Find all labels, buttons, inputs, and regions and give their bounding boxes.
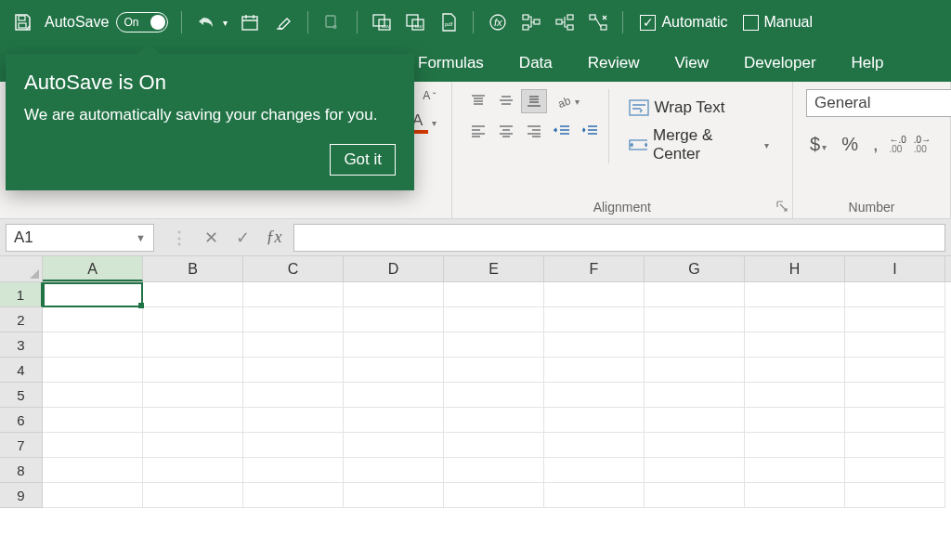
merge-center-button[interactable]: Merge & Center ▾ [619,126,779,163]
row-header[interactable]: 5 [0,383,43,408]
undo-dropdown-icon[interactable]: ▾ [223,18,228,28]
cell[interactable] [745,458,845,483]
row-header[interactable]: 2 [0,307,43,332]
cell[interactable] [143,332,243,358]
trace-dependents-icon[interactable] [554,11,576,33]
cell[interactable] [43,383,143,408]
cell[interactable] [845,332,945,358]
cell[interactable] [43,307,143,332]
select-all-corner[interactable] [0,256,43,281]
cell[interactable] [43,282,143,307]
cell[interactable] [845,408,945,433]
cell[interactable] [544,458,645,483]
undo-icon[interactable] [195,11,217,33]
cell[interactable] [645,332,745,358]
cell[interactable] [344,282,444,307]
cell[interactable] [344,307,444,332]
cell[interactable] [243,307,344,332]
tab-formulas[interactable]: Formulas [418,54,484,72]
trace-precedents-icon[interactable] [520,11,542,33]
cell[interactable] [745,332,845,358]
row-header[interactable]: 4 [0,358,43,383]
chevron-down-icon[interactable]: ▼ [136,232,146,243]
row-header[interactable]: 1 [0,282,43,307]
row-header[interactable]: 8 [0,458,43,483]
wrap-text-button[interactable]: Wrap Text [619,89,779,126]
cell[interactable] [444,483,544,508]
cell[interactable] [243,408,344,433]
cell[interactable] [645,408,745,433]
number-format-dropdown[interactable]: General [806,89,951,117]
cell[interactable] [344,383,444,408]
align-middle-button[interactable] [493,89,519,113]
cell[interactable] [645,383,745,408]
cell[interactable] [544,307,645,332]
formula-icon[interactable]: fx [487,11,509,33]
cell[interactable] [544,433,645,458]
cell[interactable] [444,307,544,332]
column-header[interactable]: H [745,256,845,281]
align-top-button[interactable] [465,89,491,113]
column-header[interactable]: A [43,256,143,281]
clear-format-icon[interactable] [272,11,294,33]
accounting-format-button[interactable]: $▾ [806,132,830,157]
cell[interactable] [444,408,544,433]
cell[interactable] [143,358,243,383]
align-left-button[interactable] [465,119,491,143]
column-header[interactable]: G [645,256,745,281]
cell[interactable] [344,408,444,433]
cell[interactable] [544,358,645,383]
cell[interactable] [444,383,544,408]
export-tsv-icon[interactable]: tsv [404,11,426,33]
tab-view[interactable]: View [675,54,710,72]
autosave-toggle[interactable]: AutoSave On [45,12,168,33]
cell[interactable] [43,433,143,458]
increase-indent-button[interactable] [577,119,603,143]
cell[interactable] [645,433,745,458]
cell[interactable] [845,433,945,458]
cell[interactable] [143,458,243,483]
cell[interactable] [845,383,945,408]
alignment-dialog-launcher[interactable] [775,200,788,213]
cell[interactable] [143,408,243,433]
cell[interactable] [143,307,243,332]
calc-automatic-option[interactable]: Automatic [640,14,727,31]
cell[interactable] [444,358,544,383]
link-icon[interactable] [321,11,344,33]
tab-data[interactable]: Data [519,54,553,72]
column-header[interactable]: B [143,256,243,281]
align-bottom-button[interactable] [521,89,547,113]
cell[interactable] [544,383,645,408]
tab-review[interactable]: Review [588,54,640,72]
calendar-icon[interactable] [239,11,261,33]
cell[interactable] [645,358,745,383]
row-header[interactable]: 3 [0,332,43,358]
tab-help[interactable]: Help [852,54,884,72]
toggle-switch[interactable]: On [116,12,168,33]
cell[interactable] [344,483,444,508]
export-csv-icon[interactable]: csv [371,11,393,33]
cell[interactable] [243,433,344,458]
column-header[interactable]: F [544,256,645,281]
formula-input[interactable] [293,224,945,252]
align-center-button[interactable] [493,119,519,143]
cell[interactable] [143,433,243,458]
column-header[interactable]: D [344,256,444,281]
cancel-formula-button[interactable]: ✕ [195,224,227,252]
cell[interactable] [143,282,243,307]
formula-more-icon[interactable]: ⋮ [163,224,195,252]
cell[interactable] [143,483,243,508]
save-icon[interactable] [11,11,33,33]
export-pdf-icon[interactable]: pdf [437,11,460,33]
cell[interactable] [845,282,945,307]
cell[interactable] [344,332,444,358]
cell[interactable] [43,458,143,483]
cell[interactable] [43,358,143,383]
cell[interactable] [43,332,143,358]
remove-arrows-icon[interactable] [587,11,609,33]
cell[interactable] [143,383,243,408]
insert-function-button[interactable]: ƒx [258,224,290,252]
cell[interactable] [845,458,945,483]
column-header[interactable]: I [845,256,945,281]
row-header[interactable]: 7 [0,433,43,458]
